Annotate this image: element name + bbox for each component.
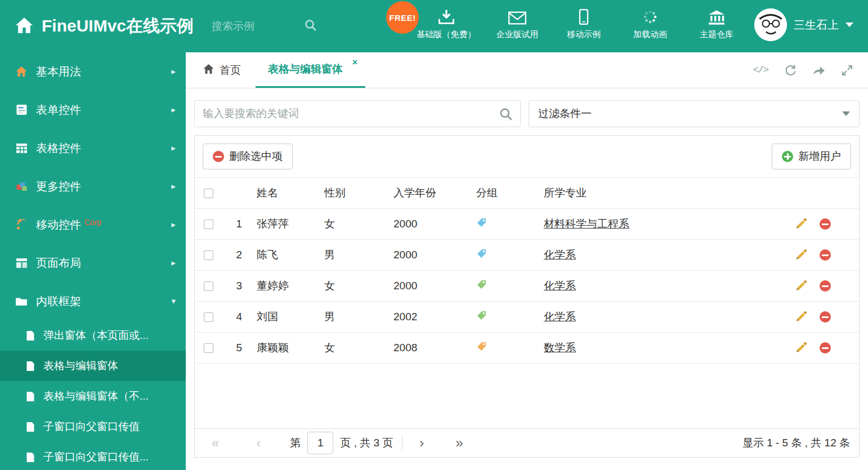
sidebar-item-mobile-controls[interactable]: 移动控件 Corp ▸ [0, 205, 186, 244]
house-icon [15, 66, 28, 77]
tab-grid-edit-window[interactable]: 表格与编辑窗体 × [256, 52, 365, 88]
open-new-window-icon[interactable] [812, 65, 825, 76]
row-checkbox[interactable] [204, 312, 213, 322]
delete-icon[interactable] [820, 311, 831, 323]
filter-row: 过滤条件一 [194, 100, 860, 127]
delete-icon[interactable] [820, 342, 831, 353]
edit-icon[interactable] [795, 280, 807, 292]
filter-dropdown[interactable]: 过滤条件一 [529, 100, 860, 127]
sidebar-subitem-label: 子窗口向父窗口传值... [43, 450, 149, 464]
table-body: 1 张萍萍 女 2000 材料科学与工程系 2 陈飞 男 2000 [195, 209, 859, 364]
nav-item-loading-animation[interactable]: 加载动画 [617, 7, 683, 40]
chevron-down-icon [842, 111, 850, 116]
nav-item-basic-free[interactable]: 基础版（免费） [409, 7, 484, 40]
page-number-input[interactable] [307, 432, 333, 454]
first-page-button[interactable]: « [212, 435, 219, 451]
major-link[interactable]: 化学系 [544, 249, 576, 261]
tab-toolbar: </> [753, 52, 868, 88]
header-search-input[interactable] [212, 20, 296, 33]
row-number: 1 [222, 218, 247, 230]
sidebar-item-label: 基本用法 [36, 64, 81, 79]
tag-icon [476, 279, 487, 293]
nav-item-enterprise-trial[interactable]: 企业版试用 [484, 7, 551, 40]
record-summary: 显示 1 - 5 条 , 共 12 条 [742, 436, 859, 450]
signal-icon [15, 219, 28, 230]
column-header-group[interactable]: 分组 [466, 186, 534, 200]
tab-label: 表格与编辑窗体 [268, 62, 343, 77]
row-number: 3 [222, 280, 247, 292]
page-label-prefix: 第 [290, 436, 301, 450]
refresh-icon[interactable] [784, 64, 797, 77]
sidebar-item-more-controls[interactable]: 更多控件 ▸ [0, 167, 186, 205]
major-link[interactable]: 材料科学与工程系 [544, 218, 629, 230]
chevron-down-icon [845, 23, 853, 27]
sidebar-item-iframe[interactable]: 内联框架 ▾ [0, 282, 186, 320]
sidebar-subitem-grid-edit-window-2[interactable]: 表格与编辑窗体（不... [0, 381, 186, 411]
grid-toolbar: 删除选中项 新增用户 [195, 136, 859, 177]
cell-name: 张萍萍 [247, 217, 314, 231]
row-checkbox[interactable] [204, 220, 213, 229]
sidebar-subitem-grid-edit-window[interactable]: 表格与编辑窗体 [0, 351, 186, 381]
nav-label: 基础版（免费） [417, 29, 476, 40]
edit-icon[interactable] [795, 249, 807, 261]
sidebar-subitem-popup-window[interactable]: 弹出窗体（本页面或... [0, 320, 186, 351]
close-icon[interactable]: × [352, 58, 357, 67]
select-all-checkbox[interactable] [204, 189, 213, 198]
sidebar-subitem-child-to-parent-2[interactable]: 子窗口向父窗口传值... [0, 442, 186, 470]
edit-icon[interactable] [795, 311, 807, 323]
sidebar-item-basic-usage[interactable]: 基本用法 ▸ [0, 52, 186, 91]
column-header-name[interactable]: 姓名 [247, 186, 314, 200]
user-menu[interactable]: 三生石上 [754, 8, 853, 41]
delete-button-label: 删除选中项 [229, 149, 283, 164]
search-icon[interactable] [499, 107, 513, 124]
home-icon [15, 17, 34, 36]
app-logo[interactable]: FineUIMvc在线示例 [0, 15, 194, 38]
edit-icon[interactable] [795, 218, 807, 230]
prev-page-button[interactable]: ‹ [256, 435, 261, 451]
table-row: 1 张萍萍 女 2000 材料科学与工程系 [195, 209, 859, 240]
search-icon[interactable] [304, 19, 317, 34]
table-row: 2 陈飞 男 2000 化学系 [195, 240, 859, 271]
sidebar-item-form-controls[interactable]: 表单控件 ▸ [0, 91, 186, 129]
delete-icon[interactable] [820, 249, 831, 261]
next-page-button[interactable]: › [419, 435, 424, 451]
major-link[interactable]: 数学系 [544, 342, 576, 353]
download-icon [438, 7, 455, 25]
delete-icon[interactable] [820, 280, 831, 292]
edit-icon[interactable] [795, 342, 807, 354]
column-header-gender[interactable]: 性别 [314, 186, 383, 200]
column-header-year[interactable]: 入学年份 [383, 186, 466, 200]
delete-selected-button[interactable]: 删除选中项 [203, 144, 293, 169]
row-checkbox[interactable] [204, 250, 213, 260]
tab-home[interactable]: 首页 [186, 52, 256, 88]
row-checkbox[interactable] [204, 343, 213, 353]
cell-gender: 女 [314, 279, 383, 293]
sidebar-item-grid-controls[interactable]: 表格控件 ▸ [0, 129, 186, 167]
nav-item-mobile-demo[interactable]: 移动示例 [551, 7, 617, 40]
fullscreen-icon[interactable] [841, 64, 853, 77]
sidebar-subitem-child-to-parent[interactable]: 子窗口向父窗口传值 [0, 411, 186, 442]
nav-item-theme-store[interactable]: 主题仓库 [683, 7, 750, 40]
plus-circle-icon [782, 151, 793, 162]
row-checkbox[interactable] [204, 281, 213, 291]
major-link[interactable]: 化学系 [544, 311, 576, 323]
free-badge: FREE! [386, 1, 419, 34]
major-link[interactable]: 化学系 [544, 280, 576, 292]
tab-bar: 首页 表格与编辑窗体 × </> [186, 52, 868, 88]
source-code-icon[interactable]: </> [753, 65, 768, 75]
delete-icon[interactable] [820, 218, 831, 230]
chevron-down-icon: ▾ [171, 296, 176, 306]
add-user-button[interactable]: 新增用户 [772, 144, 851, 169]
file-icon [26, 391, 36, 402]
column-header-major[interactable]: 所学专业 [534, 186, 791, 200]
cell-name: 董婷婷 [247, 279, 314, 293]
last-page-button[interactable]: » [455, 435, 463, 451]
home-icon [203, 64, 214, 77]
table-header-row: 姓名 性别 入学年份 分组 所学专业 [195, 177, 859, 209]
table-row: 4 刘国 男 2002 化学系 [195, 302, 859, 333]
keyword-search-input[interactable] [195, 101, 520, 127]
sidebar: 基本用法 ▸ 表单控件 ▸ 表格控件 ▸ 更多控件 ▸ 移动控件 Corp ▸ … [0, 52, 186, 470]
chevron-right-icon: ▸ [171, 181, 176, 191]
sidebar-item-page-layout[interactable]: 页面布局 ▸ [0, 244, 186, 282]
spinner-icon [642, 7, 658, 25]
